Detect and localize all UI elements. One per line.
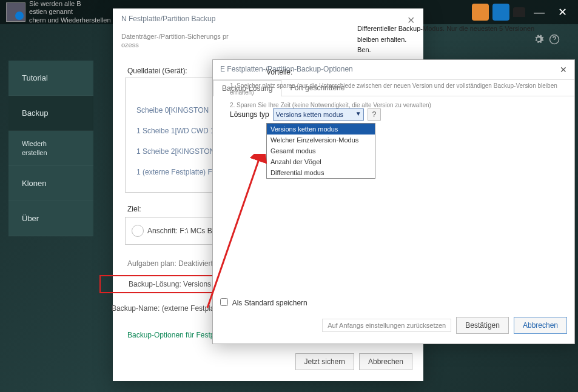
tray-qq-icon[interactable] xyxy=(492,4,509,21)
solution-type-dropdown: Versions ketten modus Welcher Einzelvers… xyxy=(266,123,375,179)
sidebar: Tutorial Backup Wiederh erstellen Klonen… xyxy=(8,61,93,236)
reset-defaults-button[interactable]: Auf Anfangs einstellungen zurücksetzen xyxy=(322,319,451,332)
desc-line2: Ben. xyxy=(357,45,557,56)
solution-type-label: Lösungs typ xyxy=(230,110,269,119)
app-title-line3: chern und Wiederherstellen xyxy=(29,16,111,24)
save-as-default-checkbox[interactable]: Als Standard speichern xyxy=(220,298,307,307)
dropdown-item[interactable]: Versions ketten modus xyxy=(267,124,375,135)
tray-weibo-icon[interactable] xyxy=(472,4,489,21)
options-dialog: E Festplatten-/Partition-Backup-Optionen… xyxy=(212,59,575,344)
dropdown-item[interactable]: Anzahl der Vögel xyxy=(267,156,375,167)
sidebar-item-tutorial[interactable]: Tutorial xyxy=(8,61,93,96)
sidebar-item-label: Tutorial xyxy=(22,73,48,82)
benefit-item: 1. Speicher platz sparen (nur die Unters… xyxy=(230,82,557,96)
app-icon xyxy=(6,2,25,22)
benefits-label: Vorteile: xyxy=(266,68,557,76)
sidebar-item-label: Wiederh erstellen xyxy=(22,139,47,157)
sidebar-item-label: Backup xyxy=(22,108,48,118)
backup-now-button[interactable]: Jetzt sichern xyxy=(295,353,354,370)
help-button[interactable]: ? xyxy=(368,108,381,121)
cancel-button[interactable]: Abbrechen xyxy=(514,317,567,334)
close-button[interactable]: ✕ xyxy=(553,5,572,19)
mode-description: Differentieller Backup-Modus. Nur die ne… xyxy=(357,24,557,56)
dropdown-item[interactable]: Gesamt modus xyxy=(267,145,375,156)
confirm-button[interactable]: Bestätigen xyxy=(456,317,509,334)
sidebar-item-label: Über xyxy=(22,214,39,223)
sidebar-item-label: Klonen xyxy=(22,179,46,188)
dialog-title: N Festplatte/Partition Backup xyxy=(121,15,215,26)
dropdown-item[interactable]: Welcher Einzelversion-Modus xyxy=(267,135,375,145)
sidebar-item-backup[interactable]: Backup xyxy=(8,96,93,131)
app-title-line1: Sie werden alle B xyxy=(29,0,111,8)
select-value: Versions ketten modus xyxy=(276,111,343,118)
benefit-item: 2. Sparen Sie Ihre Zeit (keine Notwendig… xyxy=(230,102,557,108)
minimize-button[interactable]: — xyxy=(529,6,549,19)
cancel-button[interactable]: Abbrechen xyxy=(359,353,412,370)
dropdown-item[interactable]: Differential modus xyxy=(267,167,375,178)
sidebar-item-about[interactable]: Über xyxy=(8,201,93,236)
tray-shirt-icon[interactable] xyxy=(513,7,525,17)
desc-line1: Differentieller Backup-Modus. Nur die ne… xyxy=(357,24,557,45)
options-close-icon[interactable]: ✕ xyxy=(560,65,567,75)
sidebar-item-restore[interactable]: Wiederh erstellen xyxy=(8,131,93,166)
checkbox-input[interactable] xyxy=(220,298,228,306)
solution-type-select[interactable]: Versions ketten modus ▼ xyxy=(273,108,364,121)
sidebar-item-clone[interactable]: Klonen xyxy=(8,166,93,201)
dialog-subtitle: Datenträger-/Partition-Sicherungs pr oze… xyxy=(113,32,258,55)
checkbox-label: Als Standard speichern xyxy=(232,299,307,307)
folder-icon xyxy=(132,225,144,237)
chevron-down-icon: ▼ xyxy=(355,110,361,117)
app-title-line2: estien genannt xyxy=(29,8,111,16)
